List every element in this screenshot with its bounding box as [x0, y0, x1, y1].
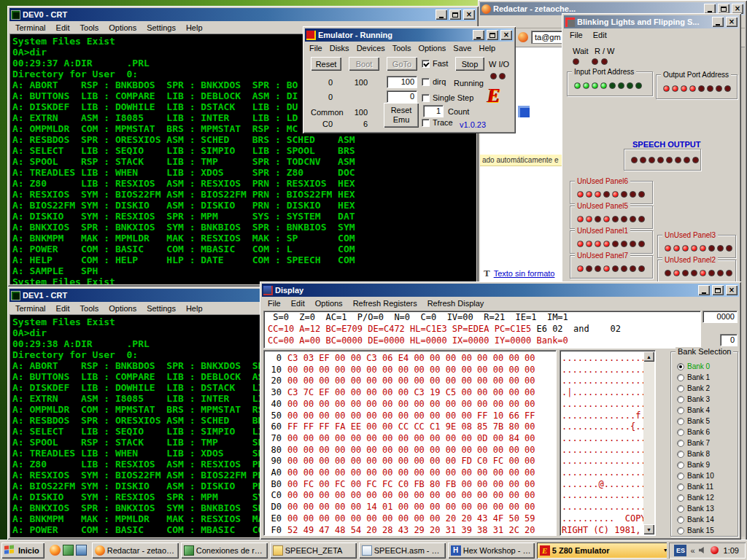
speed-field[interactable]: 100: [387, 76, 417, 88]
bank-radio[interactable]: Bank 11: [674, 481, 714, 492]
dirq-checkbox[interactable]: dirq: [422, 77, 446, 86]
dev0-titlebar[interactable]: DEV0 - CRT ×: [9, 8, 476, 21]
output-port-label: Output Port Address: [661, 70, 731, 79]
close-button[interactable]: ×: [463, 9, 475, 20]
reset-button[interactable]: Reset: [311, 57, 341, 71]
stop-button[interactable]: Stop: [455, 57, 484, 71]
menu-item[interactable]: File: [306, 42, 326, 54]
bank-radio[interactable]: Bank 10: [674, 470, 714, 481]
close-button[interactable]: ×: [726, 17, 738, 27]
task-button[interactable]: SPEECH_ZETA ▼: [270, 542, 357, 559]
bank-radio[interactable]: Bank 14: [674, 514, 714, 525]
menu-item[interactable]: Help: [181, 22, 208, 34]
display-titlebar[interactable]: Display ×: [262, 284, 739, 297]
tray-chevron-icon[interactable]: «: [690, 546, 694, 555]
bank-radio[interactable]: Bank 3: [674, 394, 714, 405]
minimize-button[interactable]: [436, 9, 447, 20]
lights-titlebar[interactable]: Blinking Lights and Flipping S... ×: [564, 15, 739, 28]
hex-dump-pane[interactable]: 0 10 20 30 40 50 60 70 80 90 A0 B0 C0 D0…: [263, 350, 557, 536]
maximize-button[interactable]: [712, 285, 724, 295]
menu-item[interactable]: Terminal: [10, 22, 51, 34]
bank-radio[interactable]: Bank 1: [674, 372, 714, 383]
quick-launch-icon[interactable]: [63, 545, 74, 556]
task-button[interactable]: H Hex Workshop - [C:\... ▼: [448, 542, 535, 559]
ascii-scrollbar[interactable]: ▲ ▼: [643, 351, 654, 534]
menu-item[interactable]: Options: [414, 42, 449, 54]
menu-item[interactable]: Options: [310, 298, 348, 309]
fast-checkbox[interactable]: Fast: [422, 59, 448, 68]
bank-radio[interactable]: Bank 6: [674, 427, 714, 438]
scroll-down-button[interactable]: ▼: [643, 524, 654, 534]
menu-item[interactable]: Edit: [51, 303, 75, 314]
single-step-checkbox[interactable]: Single Step: [422, 93, 473, 102]
goto-button[interactable]: GoTo: [387, 57, 417, 71]
menu-item[interactable]: File: [565, 29, 588, 41]
menu-item[interactable]: Options: [104, 22, 142, 34]
address-field[interactable]: 0000: [703, 311, 738, 323]
maximize-button[interactable]: [487, 30, 498, 40]
trace-checkbox[interactable]: Trace: [422, 118, 453, 127]
scroll-up-button[interactable]: ▲: [643, 351, 654, 362]
menu-item[interactable]: Settings: [142, 303, 181, 314]
maximize-button[interactable]: [718, 4, 729, 14]
menu-item[interactable]: Refresh Display: [422, 298, 489, 309]
emulator-titlebar[interactable]: Emulator - Running ×: [305, 28, 514, 42]
task-button[interactable]: SPEECH.asm - Bloc d... ▼: [359, 542, 446, 559]
tray-status-icon[interactable]: [711, 546, 719, 554]
count-field[interactable]: 1: [423, 105, 444, 117]
menu-item[interactable]: Tools: [75, 303, 104, 314]
quick-launch-icon[interactable]: [76, 545, 87, 556]
task-button[interactable]: Conexiones de red i... ▼: [181, 542, 268, 559]
close-button[interactable]: ×: [500, 30, 512, 40]
scroll-track[interactable]: [643, 362, 654, 524]
menu-item[interactable]: Settings: [142, 22, 181, 34]
ascii-pane[interactable]: ................ ................ ......…: [560, 350, 656, 536]
panel-label: UnUsed Panel5: [575, 201, 630, 211]
menu-item[interactable]: Disks: [326, 42, 353, 54]
menu-item[interactable]: File: [263, 298, 286, 309]
bank-radio[interactable]: Bank 4: [674, 405, 714, 416]
minimize-button[interactable]: [704, 4, 716, 14]
menu-item[interactable]: Edit: [286, 298, 310, 309]
start-button[interactable]: Inicio: [1, 542, 44, 559]
bank-radio-label: Bank 9: [687, 461, 710, 469]
minimize-button[interactable]: [712, 17, 724, 27]
bank-radio[interactable]: Bank 13: [674, 503, 714, 514]
plain-text-link[interactable]: Texto sin formato: [494, 269, 555, 278]
menu-item[interactable]: Edit: [51, 22, 75, 34]
bank-radio[interactable]: Bank 5: [674, 416, 714, 427]
menu-item[interactable]: Save: [449, 42, 475, 54]
menu-item[interactable]: Edit: [588, 29, 612, 41]
maximize-button[interactable]: [449, 9, 461, 20]
bank-radio[interactable]: Bank 2: [674, 383, 714, 394]
bank-radio[interactable]: Bank 8: [674, 448, 714, 459]
close-button[interactable]: ×: [726, 285, 738, 295]
menu-item[interactable]: Refresh Registers: [348, 298, 422, 309]
display-menubar: FileEditOptionsRefresh RegistersRefresh …: [262, 297, 739, 309]
value-field[interactable]: 0: [720, 334, 738, 346]
breakpoint-field[interactable]: 0: [387, 90, 417, 103]
menu-item[interactable]: Help: [181, 303, 208, 314]
bank-radio[interactable]: Bank 9: [674, 459, 714, 470]
bank-radio[interactable]: Bank 15: [674, 525, 714, 536]
close-button[interactable]: ×: [732, 4, 743, 14]
menu-item[interactable]: Tools: [75, 22, 104, 34]
boot-button[interactable]: Boot: [349, 57, 379, 71]
menu-item[interactable]: Help: [475, 42, 499, 54]
bank-radio-label: Bank 15: [687, 526, 714, 534]
reset-emu-button[interactable]: Reset Emu: [384, 103, 419, 128]
menu-item[interactable]: Options: [104, 303, 142, 314]
language-indicator[interactable]: ES: [674, 545, 686, 556]
menu-item[interactable]: Terminal: [10, 303, 51, 314]
bank-radio[interactable]: Bank 12: [674, 492, 714, 503]
menu-item[interactable]: Tools: [389, 42, 415, 54]
bank-radio[interactable]: Bank 0: [674, 361, 714, 372]
task-button[interactable]: Redactar - zetaoche... ▼: [92, 542, 179, 559]
bank-radio[interactable]: Bank 7: [674, 438, 714, 448]
task-button[interactable]: E 5 Z80 Emulator ▼: [537, 542, 667, 559]
quick-launch-icon[interactable]: [50, 545, 61, 556]
minimize-button[interactable]: [473, 30, 484, 40]
minimize-button[interactable]: [698, 285, 710, 295]
menu-item[interactable]: Devices: [353, 42, 389, 54]
volume-icon[interactable]: [699, 546, 707, 554]
